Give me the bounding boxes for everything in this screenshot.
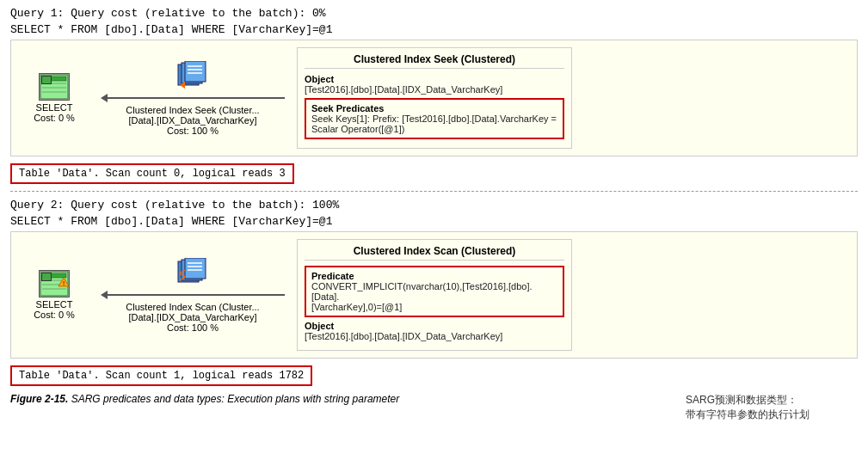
query2-plan-area: ! SELECT Cost: 0 %: [10, 231, 858, 359]
query2-index-sublabel: [Data].[IDX_Data_VarcharKey]: [129, 312, 257, 322]
query1-seek-value: Seek Keys[1]: Prefix: [Test2016].[dbo].[…: [311, 113, 557, 134]
section-divider: [10, 191, 858, 192]
query2-object-section: Object [Test2016].[dbo].[Data].[IDX_Data…: [305, 321, 564, 341]
query1-index-cost: Cost: 100 %: [167, 126, 219, 136]
query2-select-icon-wrapper: !: [39, 270, 70, 299]
query1-arrow-head: [101, 94, 108, 102]
query2-execution-row: ! SELECT Cost: 0 %: [20, 239, 848, 351]
query1-scan-count-wrapper: Table 'Data'. Scan count 0, logical read…: [10, 160, 858, 184]
query1-index-label: Clustered Index Seek (Cluster...: [126, 105, 259, 115]
query2-select-cost: Cost: 0 %: [34, 310, 75, 320]
query1-execution-row: SELECT Cost: 0 %: [20, 47, 848, 149]
query2-arrow-head: [101, 291, 108, 299]
query2-object-title: Object: [305, 321, 564, 331]
query2-select-label: SELECT: [36, 299, 73, 310]
query1-seek-predicates-box: Seek Predicates Seek Keys[1]: Prefix: [T…: [305, 98, 564, 139]
query2-tooltip-title: Clustered Index Scan (Clustered): [305, 245, 564, 261]
query1-tooltip-title: Clustered Index Seek (Clustered): [305, 53, 564, 69]
query2-predicate-value: CONVERT_IMPLICIT(nvarchar(10),[Test2016]…: [311, 281, 557, 312]
caption-right: SARG预测和数据类型： 带有字符串参数的执行计划: [686, 393, 858, 422]
query1-plan-center: Clustered Index Seek (Cluster... [Data].…: [94, 61, 292, 136]
svg-text:!: !: [62, 280, 65, 287]
query1-select-label: SELECT: [36, 102, 73, 113]
caption-left: Figure 2-15. SARG predicates and data ty…: [10, 393, 668, 405]
chinese-subtitle: 带有字符串参数的执行计划: [686, 408, 858, 422]
query1-header2: SELECT * FROM [dbo].[Data] WHERE [Varcha…: [10, 23, 858, 36]
query1-select-node: SELECT Cost: 0 %: [20, 73, 89, 123]
query1-tooltip: Clustered Index Seek (Clustered) Object …: [297, 47, 572, 149]
query2-predicate-box: Predicate CONVERT_IMPLICIT(nvarchar(10),…: [305, 266, 564, 317]
query2-index-scan-icon: [176, 258, 209, 289]
query2-predicate-title: Predicate: [311, 271, 557, 281]
caption-bold: Figure 2-15.: [10, 393, 68, 405]
query2-index-label: Clustered Index Scan (Cluster...: [126, 302, 259, 312]
query2-scan-count-wrapper: Table 'Data'. Scan count 1, logical read…: [10, 362, 858, 386]
query1-object-value: [Test2016].[dbo].[Data].[IDX_Data_Varcha…: [305, 84, 564, 95]
query1-arrow-line: [101, 94, 285, 102]
select-icon-wrapper: [39, 73, 70, 102]
select-table-icon: [39, 73, 70, 101]
query2-header2: SELECT * FROM [dbo].[Data] WHERE [Varcha…: [10, 215, 858, 228]
chinese-title: SARG预测和数据类型：: [686, 393, 858, 408]
query1-plan-area: SELECT Cost: 0 %: [10, 40, 858, 156]
query1-select-cost: Cost: 0 %: [34, 113, 75, 123]
query2-select-node: ! SELECT Cost: 0 %: [20, 270, 89, 320]
query2-header1: Query 2: Query cost (relative to the bat…: [10, 199, 858, 212]
query1-scan-count: Table 'Data'. Scan count 0, logical read…: [10, 163, 294, 184]
query2-index-cost: Cost: 100 %: [167, 322, 219, 333]
query2-tooltip: Clustered Index Scan (Clustered) Predica…: [297, 239, 572, 351]
query2-object-value: [Test2016].[dbo].[Data].[IDX_Data_Varcha…: [305, 331, 564, 341]
caption-text: SARG predicates and data types: Executio…: [68, 393, 399, 405]
query1-header1: Query 1: Query cost (relative to the bat…: [10, 7, 858, 20]
query1-index-sublabel: [Data].[IDX_Data_VarcharKey]: [129, 115, 257, 126]
svg-rect-1: [42, 77, 66, 81]
query2-scan-count: Table 'Data'. Scan count 1, logical read…: [10, 365, 312, 386]
query2-connection-line: [108, 294, 285, 296]
query1-connection-line: [108, 97, 285, 99]
query2-plan-center: Clustered Index Scan (Cluster... [Data].…: [94, 258, 292, 333]
query1-object-title: Object: [305, 74, 564, 84]
query1-object-section: Object [Test2016].[dbo].[Data].[IDX_Data…: [305, 74, 564, 95]
query1-index-seek-icon: [176, 61, 209, 92]
figure-caption: Figure 2-15. SARG predicates and data ty…: [10, 393, 858, 422]
svg-rect-13: [42, 273, 66, 278]
query2-select-table-icon: !: [39, 270, 70, 297]
query2-arrow-line: [101, 291, 285, 299]
svg-rect-7: [185, 61, 206, 82]
query1-seek-title: Seek Predicates: [311, 103, 557, 113]
svg-rect-21: [185, 258, 206, 279]
